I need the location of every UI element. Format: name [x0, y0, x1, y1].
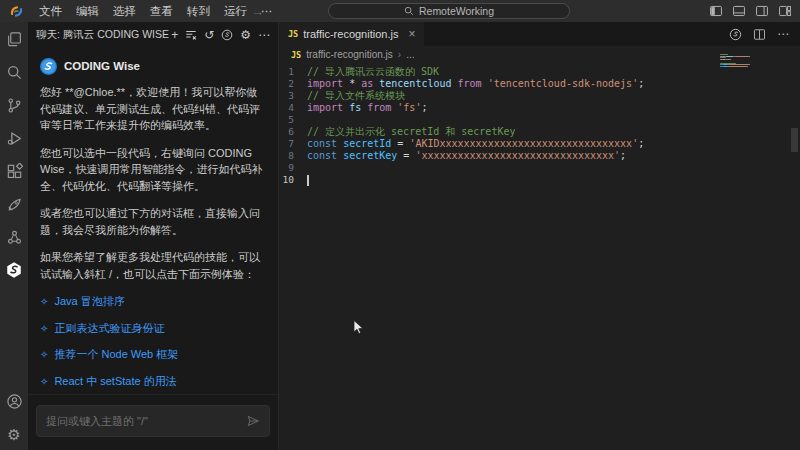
toggle-secondary-sidebar-icon[interactable] — [755, 4, 769, 18]
sparkle-icon: ✧ — [40, 374, 48, 389]
tab-label: traffic-recognition.js — [303, 28, 398, 40]
line-number: 10 — [279, 174, 307, 186]
example-prompt-label: Java 冒泡排序 — [54, 293, 124, 310]
search-icon — [404, 6, 414, 16]
code-line[interactable]: 8const secretKey = 'xxxxxxxxxxxxxxxxxxxx… — [279, 150, 800, 162]
toggle-primary-sidebar-icon[interactable] — [709, 4, 723, 18]
example-prompts: ✧Java 冒泡排序✧正则表达式验证身份证✧推荐一个 Node Web 框架✧R… — [40, 293, 266, 389]
tab-close-icon[interactable]: × — [408, 27, 415, 41]
breadcrumb-file[interactable]: traffic-recognition.js — [306, 49, 393, 60]
chat-paragraph: 您也可以选中一段代码，右键询问 CODING Wise，快速调用常用智能指令，进… — [40, 145, 266, 195]
search-text: RemoteWorking — [419, 5, 494, 17]
code-line[interactable]: 6// 定义并出示化 secretId 和 secretKey — [279, 126, 800, 138]
assistant-header: CODING Wise — [40, 58, 266, 75]
line-number: 5 — [279, 114, 307, 126]
chat-panel-title: 聊天: 腾讯云 CODING WISE — [36, 28, 171, 42]
title-bar: 文件编辑选择查看转到运行 ⋯ ← → RemoteWorking — [0, 0, 800, 22]
history-icon[interactable]: ↺ — [204, 29, 214, 41]
nav-forward-icon[interactable]: → — [251, 4, 264, 19]
chat-settings-gear-icon[interactable]: ⚙ — [240, 29, 251, 41]
customize-layout-icon[interactable] — [778, 4, 792, 18]
code-text: import fs from 'fs'; — [307, 102, 427, 114]
chat-paragraph: 如果您希望了解更多我处理代码的技能，可以试试输入斜杠 /，也可以点击下面示例体验… — [40, 249, 266, 282]
coding-wise-icon[interactable] — [4, 260, 24, 280]
sparkle-icon: ✧ — [40, 347, 48, 362]
menu-item[interactable]: 文件 — [32, 4, 69, 19]
text-cursor — [307, 175, 309, 186]
line-number: 8 — [279, 150, 307, 162]
example-prompt-link[interactable]: ✧Java 冒泡排序 — [40, 293, 266, 310]
example-prompt-link[interactable]: ✧正则表达式验证身份证 — [40, 320, 266, 337]
menu-item[interactable]: 查看 — [143, 4, 180, 19]
minimap[interactable] — [720, 54, 774, 114]
line-number: 1 — [279, 66, 307, 78]
chat-input-divider — [28, 394, 278, 395]
coding-wise-mini-icon[interactable] — [221, 29, 233, 41]
breadcrumb-separator: › — [398, 49, 401, 60]
line-number: 6 — [279, 126, 307, 138]
source-control-icon[interactable] — [4, 95, 24, 115]
line-number: 2 — [279, 78, 307, 90]
new-chat-icon[interactable]: + — [171, 29, 178, 41]
extensions-icon[interactable] — [4, 161, 24, 181]
command-center-search[interactable]: RemoteWorking — [328, 3, 570, 19]
editor-more-actions-icon[interactable]: ⋯ — [777, 27, 789, 41]
line-number: 4 — [279, 102, 307, 114]
code-line[interactable]: 7const secretId = 'AKIDxxxxxxxxxxxxxxxxx… — [279, 138, 800, 150]
explorer-icon[interactable] — [4, 29, 24, 49]
code-text: // 定义并出示化 secretId 和 secretKey — [307, 126, 515, 138]
coding-wise-editor-icon[interactable] — [729, 28, 742, 41]
nav-back-icon[interactable]: ← — [228, 4, 241, 19]
run-debug-icon[interactable] — [4, 128, 24, 148]
menu-bar: 文件编辑选择查看转到运行 — [32, 4, 254, 19]
cluster-icon[interactable] — [4, 227, 24, 247]
menu-item[interactable]: 编辑 — [69, 4, 106, 19]
chat-sidebar: 聊天: 腾讯云 CODING WISE + ↺ ⚙ ⋯ CODING Wise … — [28, 22, 278, 450]
menu-item[interactable]: 选择 — [106, 4, 143, 19]
chat-paragraph: 或者您也可以通过下方的对话框，直接输入问题，我会尽我所能为你解答。 — [40, 205, 266, 238]
code-line[interactable]: 10 — [279, 174, 800, 186]
js-file-icon: JS — [291, 50, 301, 60]
code-text: const secretId = 'AKIDxxxxxxxxxxxxxxxxxx… — [307, 138, 644, 150]
editor-group: JS traffic-recognition.js × ⋯ JS traffic… — [278, 22, 800, 450]
line-number: 3 — [279, 90, 307, 102]
line-number: 7 — [279, 138, 307, 150]
settings-gear-icon[interactable]: ⚙ — [4, 424, 24, 444]
tab-traffic-recognition[interactable]: JS traffic-recognition.js × — [279, 22, 424, 46]
tab-bar: JS traffic-recognition.js × ⋯ — [279, 22, 800, 46]
example-prompt-label: React 中 setState 的用法 — [54, 373, 176, 390]
chat-message-area: CODING Wise 您好 **@Chloe.**，欢迎使用！我可以帮你做代码… — [28, 52, 278, 394]
example-prompt-label: 正则表达式验证身份证 — [54, 320, 164, 337]
menu-item[interactable]: 转到 — [180, 4, 217, 19]
activity-bar: ⚙ — [0, 22, 28, 450]
clear-chat-icon[interactable] — [185, 29, 197, 41]
code-text: // 导入文件系统模块 — [307, 90, 405, 102]
split-editor-icon[interactable] — [753, 28, 766, 41]
example-prompt-label: 推荐一个 Node Web 框架 — [54, 346, 178, 363]
coding-app-logo-icon — [9, 4, 24, 19]
chat-input[interactable]: 提问或键入主题的 "/" — [36, 405, 270, 437]
chat-more-icon[interactable]: ⋯ — [258, 29, 270, 41]
code-line[interactable]: 5 — [279, 114, 800, 126]
code-text: // 导入腾讯云云函数的 SDK — [307, 66, 439, 78]
search-sidebar-icon[interactable] — [4, 62, 24, 82]
example-prompt-link[interactable]: ✧推荐一个 Node Web 框架 — [40, 346, 266, 363]
send-icon[interactable] — [246, 414, 260, 428]
code-line[interactable]: 9 — [279, 162, 800, 174]
account-icon[interactable] — [4, 391, 24, 411]
chat-input-placeholder: 提问或键入主题的 "/" — [46, 414, 246, 429]
editor-scrollbar[interactable] — [791, 128, 798, 152]
code-text: import * as tencentcloud from 'tencentcl… — [307, 78, 644, 90]
toggle-panel-icon[interactable] — [732, 4, 746, 18]
js-file-icon: JS — [288, 29, 298, 39]
chat-panel-header: 聊天: 腾讯云 CODING WISE + ↺ ⚙ ⋯ — [28, 22, 278, 48]
line-number: 9 — [279, 162, 307, 174]
rocket-icon[interactable] — [4, 194, 24, 214]
breadcrumb-symbol[interactable]: ... — [406, 49, 414, 60]
assistant-avatar — [40, 58, 57, 75]
vscode-window: 文件编辑选择查看转到运行 ⋯ ← → RemoteWorking — [0, 0, 800, 450]
example-prompt-link[interactable]: ✧React 中 setState 的用法 — [40, 373, 266, 390]
sparkle-icon: ✧ — [40, 294, 48, 309]
assistant-name: CODING Wise — [64, 58, 140, 75]
code-text: const secretKey = 'xxxxxxxxxxxxxxxxxxxxx… — [307, 150, 626, 162]
